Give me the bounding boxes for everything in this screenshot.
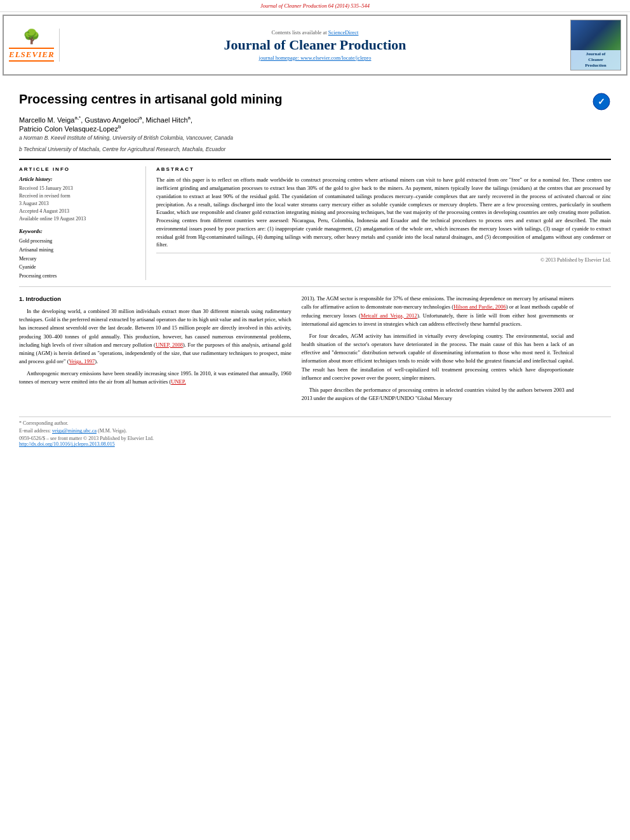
article-title-row: Processing centres in artisanal gold min… <box>19 92 611 111</box>
section1-title: 1. Introduction <box>19 295 292 304</box>
journal-reference: Journal of Cleaner Production 64 (2014) … <box>0 0 630 12</box>
elsevier-tree-icon: 🌳 <box>9 29 54 45</box>
keyword-cyanide: Cyanide <box>19 263 138 272</box>
keyword-artisanal-mining: Artisanal mining <box>19 246 138 255</box>
sciencedirect-link[interactable]: ScienceDirect <box>328 29 359 36</box>
main-content: Processing centres in artisanal gold min… <box>0 78 630 455</box>
journal-center: Contents lists available at ScienceDirec… <box>65 29 565 61</box>
copyright-text: © 2013 Published by Elsevier Ltd. <box>156 253 611 263</box>
section1-right-para1: 2013). The AGM sector is responsible for… <box>302 295 574 328</box>
footer-section: * Corresponding author. E-mail address: … <box>19 417 611 447</box>
issn-line: 0959-6526/$ – see front matter © 2013 Pu… <box>19 436 611 441</box>
journal-header: 🌳 ELSEVIER Contents lists available at S… <box>3 15 627 76</box>
keyword-processing-centres: Processing centres <box>19 272 138 281</box>
email-line: E-mail address: veiga@mining.ubc.ca (M.M… <box>19 428 611 434</box>
abstract-text: The aim of this paper is to reflect on e… <box>156 176 611 249</box>
available-date: Available online 19 August 2013 <box>19 215 138 223</box>
doi-link[interactable]: http://dx.doi.org/10.1016/j.jclepro.2013… <box>19 441 115 447</box>
received-date: Received 15 January 2013 <box>19 185 138 192</box>
elsevier-label: ELSEVIER <box>9 48 54 62</box>
revised-date: Received in revised form3 August 2013 <box>19 192 138 208</box>
article-title: Processing centres in artisanal gold min… <box>19 92 283 107</box>
author1-name: Marcello M. Veiga <box>19 116 74 124</box>
section1-right-para2: For four decades, AGM activity has inten… <box>302 332 574 382</box>
accepted-date: Accepted 4 August 2013 <box>19 208 138 215</box>
keyword-mercury: Mercury <box>19 255 138 263</box>
article-info-column: ARTICLE INFO Article history: Received 1… <box>19 166 146 280</box>
author4-name: Patricio Colon Velasquez-Lopez <box>19 124 118 132</box>
author2-name: Gustavo Angeloci <box>84 116 139 124</box>
affiliation-a: a Norman B. Keevil Institute of Mining, … <box>19 135 611 141</box>
ref-unep2008[interactable]: UNEP, 2008 <box>156 342 183 348</box>
ref-hilson2006[interactable]: Hilson and Pardie, 2006 <box>453 303 506 310</box>
ref-unep2013-left[interactable]: UNEP, <box>171 378 185 385</box>
keywords-label: Keywords: <box>19 228 138 234</box>
section1-para1: In the developing world, a combined 30 m… <box>19 307 292 366</box>
history-label: Article history: <box>19 176 138 182</box>
body-section: 1. Introduction In the developing world,… <box>19 295 611 406</box>
keyword-gold-processing: Gold processing <box>19 237 138 246</box>
corresponding-author-note: * Corresponding author. <box>19 420 611 426</box>
article-info-heading: ARTICLE INFO <box>19 166 138 172</box>
keywords-section: Keywords: Gold processing Artisanal mini… <box>19 228 138 280</box>
author1-sup: a,* <box>74 115 81 121</box>
crossmark-icon: ✓ <box>592 92 611 111</box>
journal-title: Journal of Cleaner Production <box>65 37 565 53</box>
authors-line: Marcello M. Veigaa,*, Gustavo Angelocia,… <box>19 115 611 132</box>
journal-ref-text: Journal of Cleaner Production 64 (2014) … <box>260 3 370 9</box>
affiliation-b: b Technical University of Machala, Centr… <box>19 146 611 152</box>
author4-sup: b <box>118 124 121 130</box>
cover-label: Journal of Cleaner Production <box>571 50 620 70</box>
author-email[interactable]: veiga@mining.ubc.ca <box>52 428 97 434</box>
article-info-abstract-section: ARTICLE INFO Article history: Received 1… <box>19 159 611 287</box>
svg-text:✓: ✓ <box>598 97 605 107</box>
section1-right-para3: This paper describes the performance of … <box>302 386 574 403</box>
contents-available: Contents lists available at ScienceDirec… <box>65 29 565 36</box>
homepage-link[interactable]: journal homepage: www.elsevier.com/locat… <box>259 55 372 61</box>
ref-veiga1997[interactable]: Veiga, 1997 <box>69 358 95 364</box>
abstract-column: ABSTRACT The aim of this paper is to ref… <box>156 166 611 280</box>
doi-line: http://dx.doi.org/10.1016/j.jclepro.2013… <box>19 441 611 447</box>
elsevier-logo-section: 🌳 ELSEVIER <box>9 29 60 62</box>
author2-sup: a <box>139 115 142 121</box>
abstract-heading: ABSTRACT <box>156 166 611 172</box>
journal-cover-image: Journal of Cleaner Production <box>570 20 621 70</box>
author3-name: Michael Hitch <box>146 116 188 124</box>
journal-homepage: journal homepage: www.elsevier.com/locat… <box>65 55 565 61</box>
author3-sup: a <box>188 115 191 121</box>
section1-para2: Anthropogenic mercury emissions have bee… <box>19 370 292 386</box>
ref-metcalf2012[interactable]: Metcalf and Veiga, 2012 <box>361 312 417 319</box>
body-right-column: 2013). The AGM sector is responsible for… <box>302 295 574 406</box>
body-left-column: 1. Introduction In the developing world,… <box>19 295 292 406</box>
